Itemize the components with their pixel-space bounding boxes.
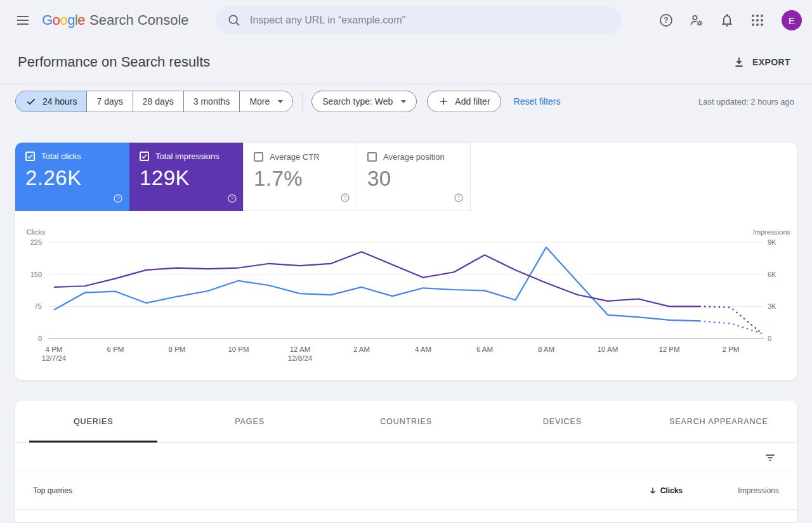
check-icon xyxy=(25,96,37,107)
svg-text:10 AM: 10 AM xyxy=(598,345,619,353)
url-inspect-searchbar[interactable] xyxy=(216,6,622,34)
filter-list-icon xyxy=(764,451,776,464)
performance-summary-card: Total clicks 2.26K ? Total impressions 1… xyxy=(15,143,797,380)
download-icon xyxy=(732,55,746,69)
metric-average-position[interactable]: Average position 30 ? xyxy=(357,143,471,211)
active-tab-indicator xyxy=(29,441,157,442)
svg-text:12 AM: 12 AM xyxy=(290,345,311,353)
table-filter-button[interactable] xyxy=(760,448,780,468)
help-icon[interactable]: ? xyxy=(227,193,237,206)
metric-label: Total clicks xyxy=(41,152,81,161)
column-header-top-queries: Top queries xyxy=(33,486,72,495)
reset-filters-link[interactable]: Reset filters xyxy=(514,96,561,107)
svg-text:8 AM: 8 AM xyxy=(538,345,554,353)
tab-label: DEVICES xyxy=(543,417,582,426)
table-toolbar xyxy=(15,443,797,472)
logo-letter: o xyxy=(60,12,67,29)
svg-text:4 AM: 4 AM xyxy=(415,345,431,353)
dimensions-table-card: QUERIES PAGES COUNTRIES DEVICES SEARCH A… xyxy=(15,401,797,522)
checkbox-checked-icon[interactable] xyxy=(25,152,35,161)
performance-line-chart: 00753K1506K2259KClicksImpressions4 PM12/… xyxy=(15,211,797,380)
filter-bar: 24 hours 7 days 28 days 3 months More Se… xyxy=(0,84,812,119)
bell-icon xyxy=(719,13,735,28)
svg-text:6 AM: 6 AM xyxy=(476,345,493,353)
logo-letter: G xyxy=(42,12,53,29)
date-chip-more[interactable]: More xyxy=(239,91,292,112)
tab-queries[interactable]: QUERIES xyxy=(15,401,171,442)
metric-total-impressions[interactable]: Total impressions 129K ? xyxy=(129,143,244,211)
hamburger-icon xyxy=(15,13,30,28)
checkbox-unchecked-icon[interactable] xyxy=(254,152,263,162)
chip-label: More xyxy=(249,96,270,107)
sort-descending-icon xyxy=(648,486,658,496)
export-label: EXPORT xyxy=(752,57,790,67)
metric-value: 1.7% xyxy=(254,167,346,191)
metric-value: 30 xyxy=(367,167,460,191)
help-icon[interactable]: ? xyxy=(340,193,350,205)
svg-text:0: 0 xyxy=(768,335,771,342)
account-avatar[interactable]: E xyxy=(782,10,802,30)
svg-text:Clicks: Clicks xyxy=(27,228,46,236)
svg-text:2 PM: 2 PM xyxy=(723,345,740,353)
tab-pages[interactable]: PAGES xyxy=(171,401,327,442)
svg-text:?: ? xyxy=(231,195,234,202)
app-logo: Google Search Console xyxy=(42,12,189,29)
help-icon[interactable]: ? xyxy=(113,193,123,206)
checkbox-unchecked-icon[interactable] xyxy=(367,152,377,162)
tab-search-appearance[interactable]: SEARCH APPEARANCE xyxy=(641,401,797,442)
help-icon: ? xyxy=(658,13,674,28)
date-chip-24-hours[interactable]: 24 hours xyxy=(16,91,86,112)
metric-value: 129K xyxy=(140,166,233,190)
search-input[interactable] xyxy=(250,15,610,26)
svg-text:9K: 9K xyxy=(768,238,776,246)
notifications-button[interactable] xyxy=(714,8,740,33)
menu-button[interactable] xyxy=(8,5,38,36)
svg-text:150: 150 xyxy=(30,271,42,278)
logo-letter: o xyxy=(53,12,60,29)
search-type-dropdown[interactable]: Search type: Web xyxy=(311,91,417,112)
apps-grid-icon xyxy=(750,13,765,28)
help-button[interactable]: ? xyxy=(653,8,679,33)
metric-label: Average CTR xyxy=(270,152,320,162)
tab-devices[interactable]: DEVICES xyxy=(484,401,640,442)
add-filter-button[interactable]: Add filter xyxy=(427,91,501,112)
page-title: Performance on Search results xyxy=(18,54,210,70)
metric-value: 2.26K xyxy=(25,166,119,190)
column-header-clicks[interactable]: Clicks xyxy=(648,486,683,496)
user-settings-button[interactable] xyxy=(684,8,709,33)
help-icon[interactable]: ? xyxy=(454,193,464,205)
svg-text:Impressions: Impressions xyxy=(753,228,791,236)
user-settings-icon xyxy=(689,13,704,28)
svg-text:10 PM: 10 PM xyxy=(228,345,249,353)
tab-label: QUERIES xyxy=(74,417,114,426)
metric-total-clicks[interactable]: Total clicks 2.26K ? xyxy=(15,143,129,211)
svg-text:2 AM: 2 AM xyxy=(353,345,370,353)
date-range-chip-group: 24 hours 7 days 28 days 3 months More xyxy=(15,91,293,112)
chip-label: 3 months xyxy=(193,96,230,107)
date-chip-28-days[interactable]: 28 days xyxy=(133,91,183,112)
export-button[interactable]: EXPORT xyxy=(732,55,790,69)
tab-label: SEARCH APPEARANCE xyxy=(669,417,768,426)
product-name: Search Console xyxy=(89,12,189,29)
svg-text:12/8/24: 12/8/24 xyxy=(288,354,313,362)
date-chip-3-months[interactable]: 3 months xyxy=(183,91,240,112)
tab-countries[interactable]: COUNTRIES xyxy=(328,401,484,442)
metric-average-ctr[interactable]: Average CTR 1.7% ? xyxy=(243,143,357,211)
metric-label: Total impressions xyxy=(155,152,219,161)
search-type-label: Search type: Web xyxy=(322,96,393,107)
date-chip-7-days[interactable]: 7 days xyxy=(86,91,132,112)
last-updated-text: Last updated: 2 hours ago xyxy=(698,97,797,107)
plus-icon xyxy=(438,96,449,107)
checkbox-checked-icon[interactable] xyxy=(140,152,149,161)
svg-text:4 PM: 4 PM xyxy=(46,345,63,353)
svg-text:?: ? xyxy=(344,195,347,201)
svg-text:?: ? xyxy=(457,195,461,201)
column-header-impressions[interactable]: Impressions xyxy=(683,486,779,495)
svg-text:6K: 6K xyxy=(768,271,776,278)
apps-grid-button[interactable] xyxy=(745,8,770,33)
add-filter-label: Add filter xyxy=(455,96,490,107)
dimension-tabs: QUERIES PAGES COUNTRIES DEVICES SEARCH A… xyxy=(15,401,797,443)
logo-letter: e xyxy=(77,12,85,29)
chip-label: 28 days xyxy=(143,96,174,107)
metric-cards-row: Total clicks 2.26K ? Total impressions 1… xyxy=(15,143,797,211)
